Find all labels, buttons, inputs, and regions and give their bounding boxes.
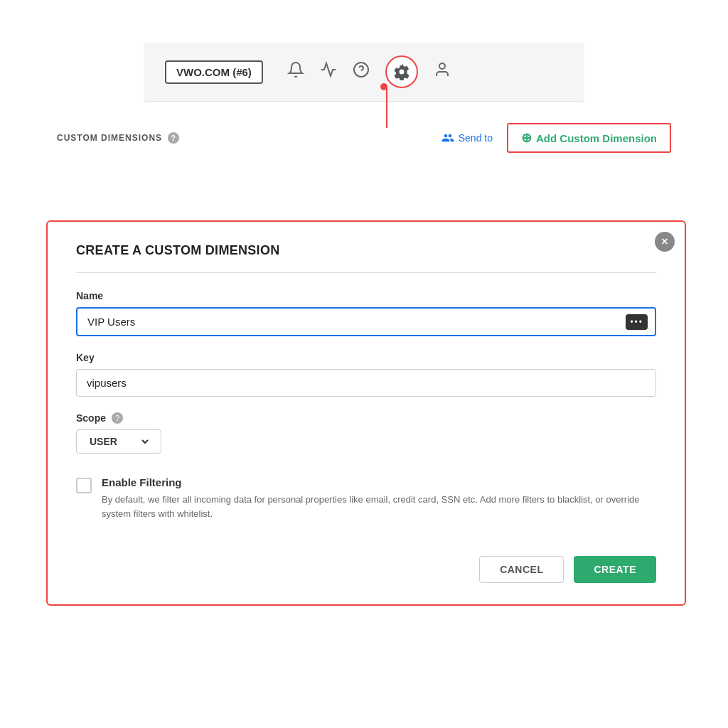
add-dimension-label: Add Custom Dimension xyxy=(536,132,657,144)
name-label: Name xyxy=(76,290,656,301)
modal-close-button[interactable]: × xyxy=(655,232,675,252)
cancel-button[interactable]: CANCEL xyxy=(479,556,564,583)
send-to-link[interactable]: Send to xyxy=(441,132,493,144)
site-badge[interactable]: VWO.COM (#6) xyxy=(165,60,263,84)
gear-icon[interactable] xyxy=(385,55,418,88)
filtering-section: Enable Filtering By default, we filter a… xyxy=(76,469,656,528)
filtering-text: Enable Filtering By default, we filter a… xyxy=(102,476,656,520)
dimensions-actions: Send to ⊕ Add Custom Dimension xyxy=(441,123,671,153)
scope-label-group: Scope ? xyxy=(76,412,656,424)
dimensions-label: CUSTOM DIMENSIONS ? xyxy=(57,132,179,144)
connector-line xyxy=(386,85,387,128)
plus-icon: ⊕ xyxy=(521,130,532,146)
filtering-checkbox[interactable] xyxy=(76,478,92,493)
top-nav: VWO.COM (#6) xyxy=(144,43,584,102)
create-dimension-modal: × CREATE A CUSTOM DIMENSION Name ••• Key… xyxy=(46,220,686,606)
user-icon[interactable] xyxy=(434,61,451,82)
key-input[interactable] xyxy=(76,369,656,397)
dimensions-title: CUSTOM DIMENSIONS xyxy=(57,133,162,143)
modal-content: × CREATE A CUSTOM DIMENSION Name ••• Key… xyxy=(48,222,685,604)
dimensions-help-icon[interactable]: ? xyxy=(168,132,179,144)
activity-icon[interactable] xyxy=(320,61,337,82)
scope-help-icon[interactable]: ? xyxy=(112,412,123,424)
nav-icons xyxy=(287,55,451,88)
modal-divider xyxy=(76,272,656,273)
add-dimension-button[interactable]: ⊕ Add Custom Dimension xyxy=(507,123,671,153)
scope-select[interactable]: USER SESSION PAGE xyxy=(87,435,151,448)
help-icon[interactable] xyxy=(353,61,370,82)
bell-icon[interactable] xyxy=(287,61,304,82)
send-to-text: Send to xyxy=(459,132,493,144)
key-field-group: Key xyxy=(76,352,656,397)
scope-field-group: Scope ? USER SESSION PAGE xyxy=(76,412,656,454)
create-button[interactable]: CREATE xyxy=(574,556,656,583)
name-input-wrapper: ••• xyxy=(76,307,656,336)
modal-footer: CANCEL CREATE xyxy=(76,549,656,583)
name-input-dots-icon: ••• xyxy=(626,314,648,330)
key-label: Key xyxy=(76,352,656,363)
scope-select-wrapper: USER SESSION PAGE xyxy=(76,429,161,454)
filtering-title: Enable Filtering xyxy=(102,476,656,488)
svg-point-2 xyxy=(439,63,445,69)
name-field-group: Name ••• xyxy=(76,290,656,336)
filtering-description: By default, we filter all incoming data … xyxy=(102,493,656,520)
modal-title: CREATE A CUSTOM DIMENSION xyxy=(76,243,656,258)
name-input[interactable] xyxy=(76,307,656,336)
dimensions-bar: CUSTOM DIMENSIONS ? Send to ⊕ Add Custom… xyxy=(0,109,728,167)
scope-label: Scope xyxy=(76,412,106,424)
